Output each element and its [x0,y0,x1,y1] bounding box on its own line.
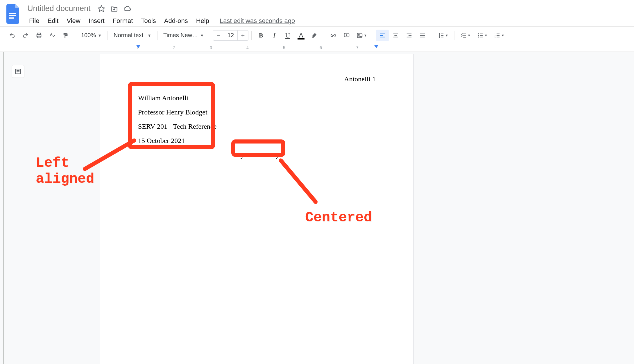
redo-button[interactable] [19,30,32,41]
ruler-number: 2 [173,45,175,50]
align-left-button[interactable] [376,30,389,41]
highlight-button[interactable] [308,30,321,41]
svg-rect-8 [357,33,362,37]
insert-image-button[interactable]: ▼ [354,30,370,41]
font-size-control: − + [213,30,248,41]
font-size-increase[interactable]: + [238,31,248,40]
menu-format[interactable]: Format [109,15,137,26]
svg-rect-2 [9,17,14,19]
svg-rect-1 [9,15,16,16]
spellcheck-button[interactable] [46,30,59,41]
align-right-button[interactable] [403,30,415,41]
ruler-number: 4 [246,45,249,50]
svg-point-29 [478,35,479,36]
bulleted-list-button[interactable]: ▼ [474,30,490,41]
menu-bar: File Edit View Insert Format Tools Add-o… [26,15,295,26]
style-value: Normal text [114,32,143,39]
document-title[interactable]: Untitled document [26,3,92,14]
align-justify-button[interactable] [416,30,429,41]
svg-rect-0 [9,13,16,14]
undo-button[interactable] [6,30,19,41]
zoom-dropdown[interactable]: 100%▼ [78,31,105,40]
move-icon[interactable] [110,5,118,12]
zoom-value: 100% [81,32,96,39]
last-edit-link[interactable]: Last edit was seconds ago [220,17,295,25]
annotation-label-left: Left aligned [36,155,94,187]
svg-rect-33 [480,37,483,37]
svg-rect-32 [480,35,483,36]
document-page[interactable]: Antonelli 1 William Antonelli Professor … [100,54,414,364]
font-dropdown[interactable]: Times New…▼ [160,31,207,40]
star-icon[interactable] [98,5,105,12]
font-value: Times New… [163,32,198,39]
paint-format-button[interactable] [59,30,72,41]
svg-point-30 [478,36,479,37]
doc-line[interactable]: Professor Henry Blodget [138,105,376,119]
app-header: Untitled document File Edit View Insert … [0,0,634,27]
editor-canvas: Antonelli 1 William Antonelli Professor … [0,52,634,364]
font-size-input[interactable] [224,31,238,40]
style-dropdown[interactable]: Normal text▼ [111,31,154,40]
align-center-button[interactable] [389,30,402,41]
add-comment-button[interactable] [340,30,353,41]
print-button[interactable] [33,30,45,41]
ruler-number: 5 [283,45,285,50]
numbered-list-button[interactable]: 123▼ [491,30,507,41]
docs-logo[interactable] [6,3,22,24]
menu-insert[interactable]: Insert [85,15,108,26]
underline-button[interactable]: U [281,30,294,41]
menu-tools[interactable]: Tools [137,15,159,26]
svg-point-28 [478,33,479,34]
toolbar: 100%▼ Normal text▼ Times New…▼ − + B I U… [0,27,634,44]
menu-file[interactable]: File [26,15,43,26]
doc-line[interactable]: 15 October 2021 [138,134,376,148]
line-spacing-button[interactable]: ▼ [435,30,451,41]
text-color-button[interactable]: A [295,30,307,41]
checklist-button[interactable]: ▼ [457,30,474,41]
font-size-decrease[interactable]: − [213,31,224,40]
svg-marker-3 [98,6,105,12]
ruler-number: 6 [320,45,322,50]
ruler-number: 7 [356,45,359,50]
document-body[interactable]: William Antonelli Professor Henry Blodge… [138,91,376,162]
doc-title-line[interactable]: My Great Essay [138,148,376,162]
margin-indicator [3,52,4,364]
cloud-status-icon[interactable] [123,5,131,12]
menu-help[interactable]: Help [193,15,213,26]
svg-text:3: 3 [494,36,495,38]
menu-addons[interactable]: Add-ons [161,15,191,26]
svg-point-9 [358,34,359,35]
italic-button[interactable]: I [268,30,281,41]
menu-view[interactable]: View [63,15,84,26]
page-header-text[interactable]: Antonelli 1 [344,75,376,83]
svg-rect-31 [480,33,483,34]
doc-line[interactable]: William Antonelli [138,91,376,105]
ruler[interactable]: 1234567 [0,44,634,52]
doc-line[interactable]: SERV 201 - Tech Reference [138,119,376,134]
document-outline-button[interactable] [12,65,24,78]
ruler-number: 3 [210,45,212,50]
indent-marker-left[interactable] [136,45,141,48]
insert-link-button[interactable] [327,30,340,41]
indent-marker-right[interactable] [374,45,379,48]
menu-edit[interactable]: Edit [44,15,62,26]
bold-button[interactable]: B [255,30,267,41]
